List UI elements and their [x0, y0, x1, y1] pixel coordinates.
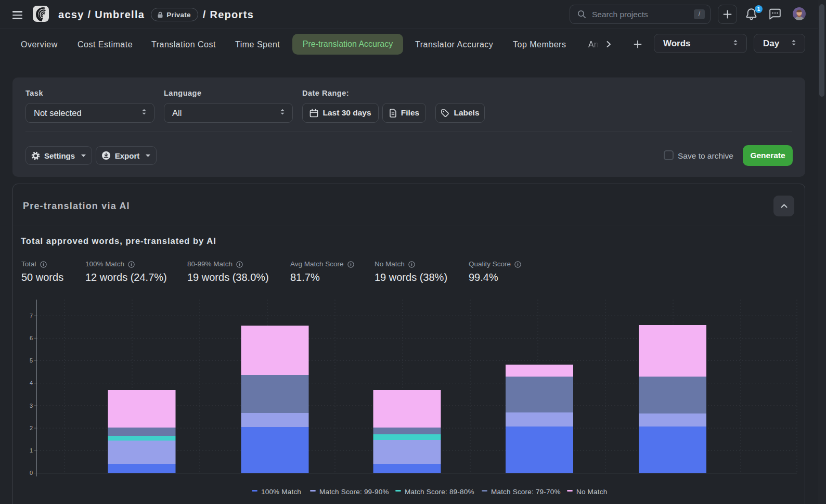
svg-text:3: 3 [30, 403, 33, 409]
svg-text:5: 5 [30, 357, 33, 364]
svg-text:1: 1 [30, 447, 33, 454]
svg-text:4: 4 [30, 380, 33, 386]
svg-text:6: 6 [30, 335, 33, 341]
svg-text:0: 0 [30, 470, 33, 476]
svg-text:7: 7 [30, 313, 33, 319]
svg-text:2: 2 [30, 425, 33, 431]
